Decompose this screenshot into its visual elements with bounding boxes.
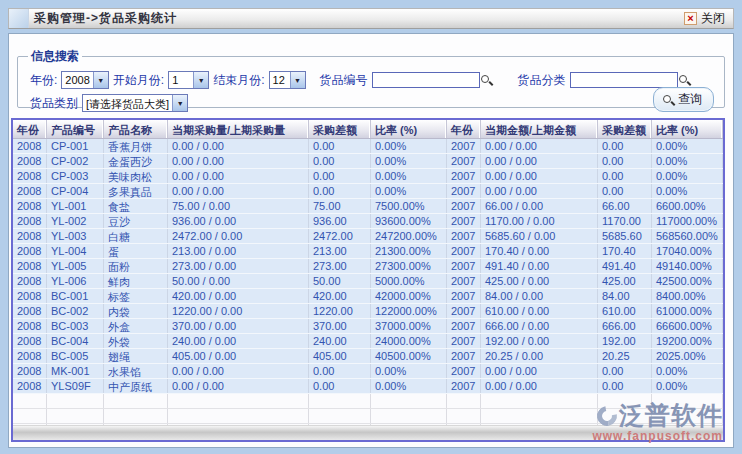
goods-type-select[interactable]: [请选择货品大类] ▼: [82, 94, 188, 112]
table-cell: 0.00 / 0.00: [168, 169, 309, 183]
table-cell: 中产原纸: [104, 379, 168, 393]
table-cell: 翅绳: [104, 349, 168, 363]
table-cell: YLS09F: [47, 379, 104, 393]
table-row[interactable]: 2008BC-003外盒370.00 / 0.00370.0037000.00%…: [13, 319, 723, 334]
goods-class-input[interactable]: [570, 72, 678, 88]
empty-cell: [47, 409, 104, 423]
table-row[interactable]: 2008YL-004蛋213.00 / 0.00213.0021300.00%2…: [13, 244, 723, 259]
table-cell: 2008: [13, 139, 47, 153]
table-cell: 936.00: [309, 214, 371, 228]
table-cell: 42000.00%: [371, 289, 447, 303]
chevron-down-icon[interactable]: ▼: [193, 72, 208, 88]
table-cell: 水果馅: [104, 364, 168, 378]
table-row[interactable]: 2008BC-005翅绳405.00 / 0.00405.0040500.00%…: [13, 349, 723, 364]
goods-no-input[interactable]: [372, 72, 480, 88]
table-row[interactable]: 2008CP-003美味肉松0.00 / 0.000.000.00%20070.…: [13, 169, 723, 184]
page-title: 采购管理->货品采购统计: [29, 10, 684, 27]
table-cell: 0.00: [598, 364, 652, 378]
empty-cell: [371, 394, 447, 408]
table-cell: YL-005: [47, 259, 104, 273]
end-month-select[interactable]: 12 ▼: [269, 71, 306, 89]
table-cell: 66.00 / 0.00: [481, 199, 598, 213]
close-icon[interactable]: ×: [684, 12, 697, 25]
search-icon[interactable]: [678, 74, 690, 86]
close-label[interactable]: 关闭: [701, 10, 725, 27]
table-cell: 93600.00%: [371, 214, 447, 228]
table-cell: 2008: [13, 274, 47, 288]
table-row[interactable]: 2008YL-003白糖2472.00 / 0.002472.00247200.…: [13, 229, 723, 244]
table-cell: 491.40 / 0.00: [481, 259, 598, 273]
table-cell: 2008: [13, 379, 47, 393]
vendor-brand: 泛普软件: [619, 399, 723, 432]
title-bar: 采购管理->货品采购统计 × 关闭: [8, 8, 734, 29]
table-row[interactable]: 2008BC-004外袋240.00 / 0.00240.0024000.00%…: [13, 334, 723, 349]
table-cell: 5685.60: [598, 229, 652, 243]
table-cell: 8400.00%: [652, 289, 723, 303]
table-cell: 0.00: [309, 154, 371, 168]
table-cell: 0.00 / 0.00: [168, 184, 309, 198]
table-cell: 2008: [13, 289, 47, 303]
table-cell: 2472.00 / 0.00: [168, 229, 309, 243]
table-cell: 21300.00%: [371, 244, 447, 258]
table-cell: 405.00: [309, 349, 371, 363]
table-cell: 2008: [13, 184, 47, 198]
table-cell: 610.00: [598, 304, 652, 318]
table-cell: 0.00%: [652, 154, 723, 168]
table-cell: 0.00%: [371, 139, 447, 153]
table-row[interactable]: 2008MK-001水果馅0.00 / 0.000.000.00%20070.0…: [13, 364, 723, 379]
table-row[interactable]: 2008CP-004多果真品0.00 / 0.000.000.00%20070.…: [13, 184, 723, 199]
chevron-down-icon[interactable]: ▼: [93, 72, 108, 88]
search-icon: [662, 94, 674, 106]
table-cell: 0.00 / 0.00: [168, 139, 309, 153]
table-cell: 5685.60 / 0.00: [481, 229, 598, 243]
chevron-down-icon[interactable]: ▼: [290, 72, 305, 88]
table-cell: 6600.00%: [652, 199, 723, 213]
table-cell: 19200.00%: [652, 334, 723, 348]
table-cell: 2008: [13, 349, 47, 363]
table-cell: 0.00%: [371, 154, 447, 168]
table-cell: 40500.00%: [371, 349, 447, 363]
empty-cell: [104, 409, 168, 423]
table-cell: 0.00%: [371, 169, 447, 183]
table-row[interactable]: 2008YL-001食盐75.00 / 0.0075.007500.00%200…: [13, 199, 723, 214]
table-cell: CP-001: [47, 139, 104, 153]
empty-cell: [481, 409, 598, 423]
table-cell: 666.00: [598, 319, 652, 333]
table-row[interactable]: 2008YL-002豆沙936.00 / 0.00936.0093600.00%…: [13, 214, 723, 229]
table-row[interactable]: 2008YL-005面粉273.00 / 0.00273.0027300.00%…: [13, 259, 723, 274]
table-cell: 42500.00%: [652, 274, 723, 288]
table-cell: 0.00%: [652, 364, 723, 378]
table-cell: 0.00: [309, 379, 371, 393]
table-cell: 2007: [447, 229, 481, 243]
table-cell: 鲜肉: [104, 274, 168, 288]
table-cell: BC-001: [47, 289, 104, 303]
table-cell: 2007: [447, 319, 481, 333]
table-row[interactable]: 2008CP-001香蕉月饼0.00 / 0.000.000.00%20070.…: [13, 139, 723, 154]
chevron-down-icon[interactable]: ▼: [172, 95, 187, 111]
close-button[interactable]: × 关闭: [684, 10, 733, 27]
query-button-label: 查询: [678, 91, 702, 108]
fanpu-logo-icon: [593, 402, 621, 430]
table-cell: 0.00 / 0.00: [481, 154, 598, 168]
query-button[interactable]: 查询: [653, 87, 714, 112]
table-cell: 1220.00: [309, 304, 371, 318]
table-cell: 50.00: [309, 274, 371, 288]
start-month-select[interactable]: 1 ▼: [168, 71, 209, 89]
table-row[interactable]: 2008BC-002内袋1220.00 / 0.001220.00122000.…: [13, 304, 723, 319]
vendor-watermark: 泛普软件 www.fanpusoft.com: [592, 399, 723, 443]
year-select[interactable]: 2008 ▼: [61, 71, 108, 89]
start-month-value: 1: [169, 72, 193, 88]
app-window: 采购管理->货品采购统计 × 关闭 信息搜索 年份: 2008 ▼ 开始月份: …: [8, 8, 734, 448]
table-row[interactable]: 2008CP-002金蛋西沙0.00 / 0.000.000.00%20070.…: [13, 154, 723, 169]
table-row[interactable]: 2008YLS09F中产原纸0.00 / 0.000.000.00%20070.…: [13, 379, 723, 394]
search-icon[interactable]: [480, 74, 492, 86]
table-row[interactable]: 2008BC-001标签420.00 / 0.00420.0042000.00%…: [13, 289, 723, 304]
table-cell: BC-004: [47, 334, 104, 348]
table-row[interactable]: 2008YL-006鲜肉50.00 / 0.0050.005000.00%200…: [13, 274, 723, 289]
table-cell: 66.00: [598, 199, 652, 213]
column-header: 比率 (%): [371, 120, 447, 138]
table-cell: 170.40: [598, 244, 652, 258]
table-cell: 7500.00%: [371, 199, 447, 213]
table-cell: 香蕉月饼: [104, 139, 168, 153]
table-cell: 213.00: [309, 244, 371, 258]
